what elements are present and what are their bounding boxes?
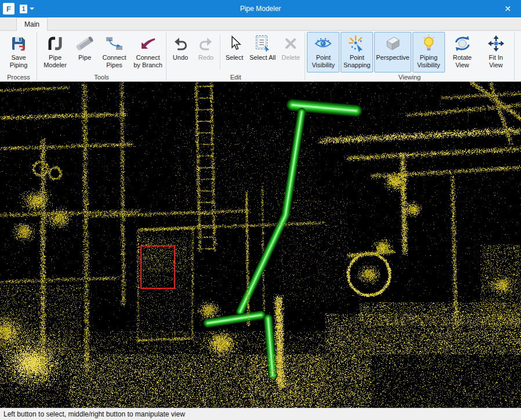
delete-button: Delete (278, 32, 303, 73)
ribbon-group-process: Save Piping Process (1, 31, 37, 81)
ribbon-empty-space (515, 31, 521, 81)
connect-pipes-button[interactable]: Connect Pipes (98, 32, 131, 73)
connect-pipes-icon (105, 34, 124, 53)
group-label-process: Process (1, 74, 37, 81)
button-label: Connect Pipes (100, 54, 129, 69)
button-label: Save Piping (4, 54, 33, 69)
quick-access-toolbar: 1 (20, 5, 34, 13)
select-all-button[interactable]: Select All (248, 32, 277, 73)
ribbon-group-edit: Undo Redo Select (167, 31, 305, 81)
group-label-edit: Edit (167, 74, 305, 81)
ribbon-group-viewing: Point Visibility Point Snapping Perspect… (305, 31, 513, 81)
piping-visibility-icon (419, 34, 438, 53)
point-snapping-button[interactable]: Point Snapping (341, 32, 373, 73)
button-separator (220, 34, 220, 70)
button-label: Pipe (78, 54, 91, 61)
rotate-view-button[interactable]: Rotate View (446, 32, 479, 73)
point-visibility-icon (314, 34, 332, 53)
button-label: Rotate View (448, 54, 477, 69)
fit-in-view-button[interactable]: Fit In View (480, 32, 512, 73)
chevron-down-icon[interactable] (30, 8, 34, 10)
button-label: Select (226, 54, 244, 61)
viewport-3d[interactable] (0, 82, 521, 408)
undo-icon (171, 34, 190, 53)
app-icon[interactable]: F (3, 3, 15, 15)
ribbon: Save Piping Process Pipe Modeler (0, 31, 521, 82)
tab-main[interactable]: Main (16, 17, 48, 31)
button-label: Connect by Branch (133, 54, 162, 69)
pipe-button[interactable]: Pipe (73, 32, 97, 73)
button-label: Perspective (376, 54, 409, 61)
button-label: Piping Visibility (414, 54, 443, 69)
group-label-viewing: Viewing (305, 74, 513, 81)
redo-button: Redo (194, 32, 218, 73)
delete-icon (281, 34, 300, 53)
button-label: Point Visibility (309, 54, 338, 69)
button-label: Redo (198, 54, 214, 61)
perspective-icon (383, 34, 402, 53)
window-title: Pipe Modeler (0, 5, 521, 13)
point-snapping-icon (348, 34, 366, 53)
ribbon-group-tools: Pipe Modeler Pipe Connect Pipes (37, 31, 166, 81)
select-all-icon (254, 34, 272, 53)
button-label: Select All (249, 54, 276, 61)
button-label: Point Snapping (342, 54, 371, 69)
connect-by-branch-icon (139, 34, 157, 53)
ribbon-tab-row: Main (0, 17, 521, 31)
viewport-container (0, 82, 521, 408)
titlebar: F 1 Pipe Modeler ✕ (0, 0, 521, 17)
save-piping-button[interactable]: Save Piping (2, 32, 35, 73)
select-cursor-icon (225, 34, 244, 53)
redo-icon (197, 34, 215, 53)
piping-visibility-button[interactable]: Piping Visibility (413, 32, 445, 73)
pipe-icon (75, 34, 94, 53)
button-label: Undo (173, 54, 188, 61)
pipe-modeler-button[interactable]: Pipe Modeler (39, 32, 71, 73)
fit-in-view-icon (487, 34, 505, 53)
pipe-modeler-window: F 1 Pipe Modeler ✕ Main Save Piping Proc… (0, 0, 521, 420)
pipe-modeler-icon (46, 34, 64, 53)
status-hint-text: Left button to select, middle/right butt… (3, 410, 185, 418)
rotate-view-icon (453, 34, 472, 53)
connect-by-branch-button[interactable]: Connect by Branch (132, 32, 164, 73)
close-button[interactable]: ✕ (494, 0, 521, 17)
perspective-button[interactable]: Perspective (374, 32, 411, 73)
button-label: Fit In View (482, 54, 511, 69)
save-icon (9, 34, 28, 53)
quick-access-button[interactable]: 1 (20, 5, 27, 13)
button-label: Pipe Modeler (41, 54, 70, 69)
undo-button[interactable]: Undo (168, 32, 193, 73)
button-label: Delete (281, 54, 300, 61)
group-label-tools: Tools (37, 74, 166, 81)
select-button[interactable]: Select (222, 32, 247, 73)
statusbar: Left button to select, middle/right butt… (0, 408, 521, 420)
point-visibility-button[interactable]: Point Visibility (307, 32, 339, 73)
